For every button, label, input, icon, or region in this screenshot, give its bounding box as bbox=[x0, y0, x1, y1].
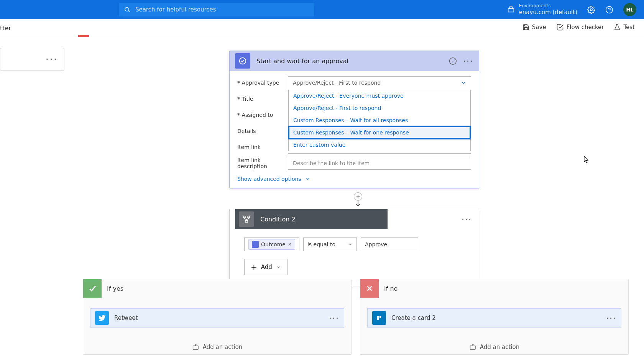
help-icon[interactable] bbox=[605, 6, 613, 14]
cursor-icon bbox=[582, 155, 590, 164]
test-button[interactable]: Test bbox=[614, 24, 635, 31]
if-no-header[interactable]: If no bbox=[360, 279, 628, 298]
check-icon bbox=[83, 279, 102, 298]
collapsed-step-card[interactable]: ··· bbox=[0, 48, 64, 71]
environment-value: enayu.com (default) bbox=[519, 9, 577, 16]
svg-rect-25 bbox=[380, 316, 381, 318]
create-card-action[interactable]: Create a card 2 ··· bbox=[367, 308, 621, 328]
title-label: Title bbox=[242, 96, 253, 102]
condition-left-operand[interactable]: Outcome ✕ bbox=[244, 238, 299, 251]
svg-rect-11 bbox=[243, 216, 246, 218]
add-action-yes[interactable]: Add an action bbox=[192, 344, 242, 351]
if-yes-header[interactable]: If yes bbox=[83, 279, 351, 298]
condition-title: Condition 2 bbox=[260, 216, 296, 223]
condition-operator-select[interactable]: is equal to bbox=[303, 238, 357, 251]
environment-icon bbox=[507, 5, 515, 14]
add-condition-button[interactable]: + Add bbox=[244, 259, 288, 275]
token-icon bbox=[252, 241, 259, 248]
remove-token-icon[interactable]: ✕ bbox=[288, 242, 292, 247]
svg-rect-26 bbox=[470, 346, 475, 349]
search-icon bbox=[124, 7, 131, 13]
svg-point-6 bbox=[240, 58, 246, 64]
show-advanced-link[interactable]: Show advanced options bbox=[237, 176, 471, 182]
twitter-icon bbox=[95, 311, 109, 325]
approval-title: Start and wait for an approval bbox=[256, 57, 348, 65]
svg-rect-23 bbox=[376, 315, 382, 321]
item-link-label: Item link bbox=[237, 144, 288, 150]
condition-card: Condition 2 ··· Outcome ✕ is equal to bbox=[229, 209, 479, 286]
search-placeholder: Search for helpful resources bbox=[135, 6, 216, 13]
close-icon bbox=[360, 279, 379, 298]
svg-point-2 bbox=[590, 8, 592, 10]
item-link-desc-label: Item link description bbox=[237, 157, 288, 169]
truncated-label: tter bbox=[0, 25, 11, 32]
approval-type-options: Approve/Reject - Everyone must approve A… bbox=[288, 90, 471, 151]
plus-icon: + bbox=[251, 262, 257, 272]
details-label: Details bbox=[237, 128, 288, 134]
dropdown-option[interactable]: Approve/Reject - Everyone must approve bbox=[289, 90, 470, 102]
svg-rect-12 bbox=[247, 216, 250, 218]
approval-type-dropdown[interactable]: Approve/Reject - First to respond Approv… bbox=[288, 76, 471, 89]
if-yes-branch: If yes Retweet ··· Add an action bbox=[83, 279, 352, 355]
arrow-down-icon bbox=[355, 200, 361, 208]
dropdown-option-highlighted[interactable]: Custom Responses – Wait for one response bbox=[289, 126, 470, 139]
info-icon[interactable] bbox=[449, 57, 457, 65]
svg-point-0 bbox=[125, 7, 129, 11]
flow-connector: + bbox=[354, 192, 362, 208]
approval-icon bbox=[235, 53, 250, 69]
environment-picker[interactable]: Environments enayu.com (default) bbox=[507, 3, 577, 16]
flow-checker-button[interactable]: Flow checker bbox=[556, 23, 604, 31]
save-button[interactable]: Save bbox=[522, 24, 546, 31]
item-link-desc-input[interactable]: Describe the link to the item bbox=[288, 157, 471, 170]
if-no-branch: If no Create a card 2 ··· Add an action bbox=[360, 279, 629, 355]
approval-header[interactable]: Start and wait for an approval ··· bbox=[230, 51, 479, 71]
dropdown-option[interactable]: Custom Responses – Wait for all response… bbox=[289, 114, 470, 126]
more-icon[interactable]: ··· bbox=[462, 215, 472, 224]
tab-indicator bbox=[78, 35, 89, 37]
more-icon[interactable]: ··· bbox=[606, 313, 616, 323]
dropdown-option-custom[interactable]: Enter custom value bbox=[289, 139, 470, 151]
approval-type-label: Approval type bbox=[242, 80, 279, 86]
environment-label: Environments bbox=[519, 3, 577, 9]
search-input[interactable]: Search for helpful resources bbox=[119, 3, 314, 16]
trello-icon bbox=[372, 311, 386, 325]
svg-line-1 bbox=[128, 10, 130, 12]
condition-icon bbox=[239, 211, 254, 227]
condition-value-input[interactable]: Approve bbox=[361, 238, 418, 251]
svg-rect-18 bbox=[193, 346, 198, 349]
svg-rect-24 bbox=[377, 316, 379, 320]
dropdown-option[interactable]: Approve/Reject - First to respond bbox=[289, 102, 470, 114]
more-icon[interactable]: ··· bbox=[329, 313, 339, 323]
add-action-no[interactable]: Add an action bbox=[469, 344, 519, 351]
assigned-to-label: Assigned to bbox=[242, 112, 273, 118]
more-icon[interactable]: ··· bbox=[463, 56, 473, 66]
svg-rect-13 bbox=[245, 221, 248, 223]
settings-icon[interactable] bbox=[587, 6, 595, 14]
add-step-icon[interactable]: + bbox=[354, 192, 362, 201]
approval-step-card: Start and wait for an approval ··· * App… bbox=[229, 51, 479, 188]
retweet-action[interactable]: Retweet ··· bbox=[90, 308, 344, 328]
chevron-down-icon bbox=[461, 80, 466, 85]
condition-header[interactable]: Condition 2 ··· bbox=[230, 209, 479, 229]
avatar[interactable]: HL bbox=[623, 3, 636, 16]
outcome-token: Outcome ✕ bbox=[248, 239, 295, 250]
